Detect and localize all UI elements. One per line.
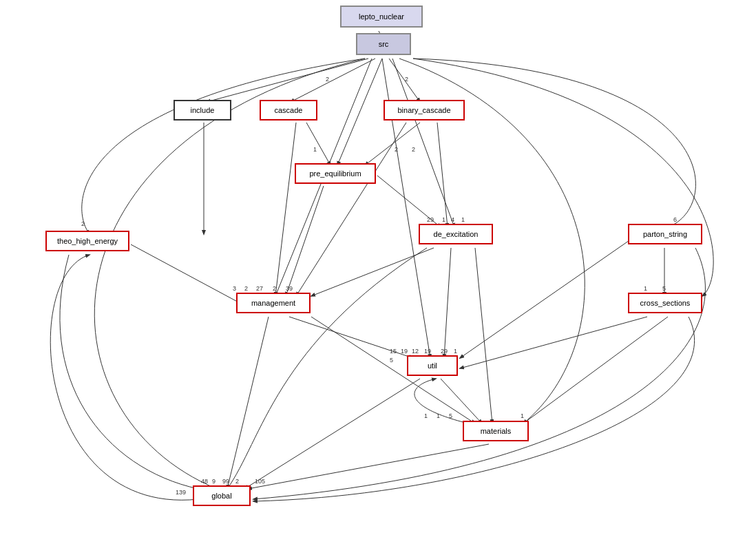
edge-label: 1: [313, 146, 317, 153]
edge-label: 1: [437, 412, 440, 419]
graph-container: 2 2 1 2 2 29 1 4 1 6 3 2 27 2 39 2 7 1 5…: [0, 0, 756, 535]
edge-label: 9: [212, 478, 216, 485]
edge-label: 105: [255, 478, 265, 485]
node-label-de-excitation: de_excitation: [434, 230, 479, 238]
edge-label: 2: [412, 146, 415, 153]
edge-label: 27: [256, 285, 263, 292]
edge-label: 12: [412, 348, 419, 355]
edge-label: 2: [81, 220, 85, 227]
edge-label: 19: [424, 348, 431, 355]
edge-label: 1: [442, 216, 445, 223]
node-include[interactable]: include: [174, 100, 231, 120]
edge-label: 4: [451, 216, 454, 223]
node-label-cross-sections: cross_sections: [640, 299, 691, 307]
node-label-materials: materials: [481, 427, 512, 435]
edge-label: 139: [176, 489, 186, 496]
node-label-binary-cascade: binary_cascade: [397, 106, 450, 114]
edge-label: 48: [201, 478, 208, 485]
node-label-cascade: cascade: [275, 106, 303, 114]
edge-label: 1: [644, 285, 647, 292]
edge-label: 39: [286, 285, 293, 292]
edge-label: 2: [235, 478, 239, 485]
node-lepto-nuclear[interactable]: lepto_nuclear: [340, 6, 423, 28]
node-label-src: src: [379, 40, 389, 48]
node-util[interactable]: util: [407, 355, 458, 376]
edge-label: 2: [244, 285, 248, 292]
node-management[interactable]: management: [236, 293, 311, 313]
edge-label: 2: [273, 285, 276, 292]
node-theo-high-energy[interactable]: theo_high_energy: [45, 231, 129, 251]
graph-svg: 2 2 1 2 2 29 1 4 1 6 3 2 27 2 39 2 7 1 5…: [0, 0, 756, 535]
edge-label: 19: [401, 348, 408, 355]
edge-label: 15: [390, 348, 397, 355]
node-global[interactable]: global: [193, 485, 251, 506]
node-materials[interactable]: materials: [463, 421, 529, 441]
edge-label: 5: [449, 412, 452, 419]
edge-label: 2: [405, 76, 408, 83]
edge-label: 5: [390, 357, 393, 364]
node-de-excitation[interactable]: de_excitation: [419, 224, 493, 244]
edge-label: 6: [673, 216, 677, 223]
edge-label: 3: [233, 285, 236, 292]
node-label-theo-high-energy: theo_high_energy: [57, 237, 118, 245]
edge-label: 2: [326, 76, 329, 83]
node-label-util: util: [428, 361, 437, 370]
node-cascade[interactable]: cascade: [260, 100, 317, 120]
node-label-parton-string: parton_string: [643, 230, 687, 238]
node-label-management: management: [251, 299, 295, 307]
edge-label: 29: [427, 216, 434, 223]
node-binary-cascade[interactable]: binary_cascade: [384, 100, 465, 120]
edge-label: 1: [461, 216, 465, 223]
edge-label: 99: [222, 478, 229, 485]
edge-label: 29: [441, 348, 448, 355]
node-label-pre-equilibrium: pre_equilibrium: [309, 169, 361, 178]
node-cross-sections[interactable]: cross_sections: [628, 293, 702, 313]
edge-label: 5: [662, 285, 666, 292]
edge-label: 1: [521, 412, 524, 419]
node-label-global: global: [211, 492, 231, 500]
node-pre-equilibrium[interactable]: pre_equilibrium: [295, 163, 376, 184]
node-parton-string[interactable]: parton_string: [628, 224, 702, 244]
node-label-include: include: [191, 106, 215, 114]
edge-label: 1: [424, 412, 428, 419]
node-src[interactable]: src: [356, 33, 411, 55]
edge-label: 1: [454, 348, 457, 355]
node-label-lepto-nuclear: lepto_nuclear: [359, 12, 404, 21]
edge-label: 2: [395, 146, 398, 153]
